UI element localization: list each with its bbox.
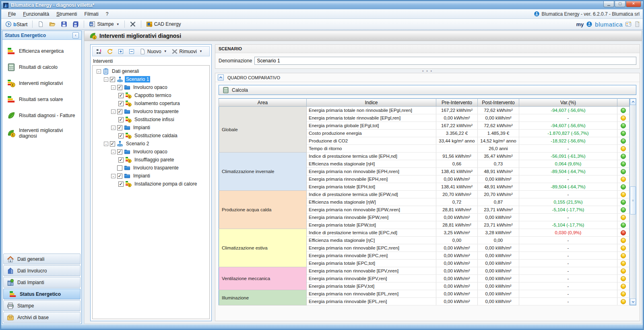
table-scrollbar[interactable]: ≡ — [630, 98, 636, 305]
tree-node-label[interactable]: Involucro opaco — [132, 148, 169, 155]
new-file-button[interactable] — [36, 20, 45, 28]
table-row[interactable]: Ventilazione meccanicaEnergia primaria n… — [219, 267, 630, 275]
nav-button-status-energetico[interactable]: Status Energetico — [3, 289, 80, 299]
tree-node-label[interactable]: Impianti — [132, 124, 151, 131]
tree-expander[interactable]: - — [111, 85, 116, 90]
tree-checkbox[interactable]: ✓ — [118, 93, 124, 98]
tree-node-label[interactable]: Dati generali — [111, 68, 140, 74]
sidebar-item-interventi-migliorativi-diagnosi[interactable]: €Interventi migliorativi diagnosi — [4, 124, 80, 143]
tree-node-label[interactable]: Involucro opaco — [132, 84, 169, 91]
tree-checkbox[interactable]: ✓ — [117, 173, 122, 179]
tree-node-insufflaggio-parete[interactable]: ✓€Insufflaggio parete — [93, 156, 208, 164]
menu-file[interactable]: File — [4, 10, 19, 18]
tree-node-label[interactable]: Sostituzione infissi — [133, 116, 175, 123]
nuovo-button[interactable]: Nuovo ▼ — [138, 48, 168, 55]
tree-checkbox[interactable]: ✓ — [117, 85, 122, 90]
tree-node-dati-generali[interactable]: -Dati generali — [93, 67, 208, 75]
license-doc-icon[interactable] — [634, 21, 640, 27]
column-header-indice[interactable]: Indice — [307, 99, 436, 107]
tree-node-label[interactable]: Involucro trasparente — [132, 108, 180, 115]
table-row[interactable]: Produzione acqua caldaIndice di prestazi… — [219, 191, 630, 198]
tree-node-involucro-trasparente[interactable]: -✓Involucro trasparente — [93, 107, 208, 116]
tree-expander[interactable]: - — [97, 69, 101, 74]
scrollbar-track[interactable]: ≡ — [630, 105, 636, 299]
rimuovi-button[interactable]: Rimuovi ▼ — [171, 48, 203, 55]
nav-button-dati-impianti[interactable]: Dati Impianti — [3, 277, 80, 288]
tree-checkbox[interactable]: ✓ — [118, 101, 124, 106]
open-file-button[interactable] — [47, 20, 57, 28]
tree-checkbox[interactable]: ✓ — [117, 149, 122, 155]
table-row[interactable]: Climatizzazione invernaleIndice di prest… — [219, 153, 630, 160]
tree-sort-button[interactable] — [95, 48, 103, 55]
sidebar-item-risultati-diagnosi-fatture[interactable]: Risultati diagnosi - Fatture — [4, 107, 80, 124]
nav-button-stampe[interactable]: Stampe — [3, 300, 80, 311]
sidebar-item-interventi-migliorativi[interactable]: €Interventi migliorativi — [4, 75, 80, 91]
maximize-button[interactable]: ▢ — [615, 1, 625, 7]
menu-strumenti[interactable]: Strumenti — [53, 10, 80, 18]
scroll-up-button[interactable] — [630, 99, 636, 105]
tree-node-label[interactable]: Involucro trasparente — [132, 165, 180, 171]
cad-energy-button[interactable]: CAD Energy — [144, 20, 183, 28]
tree-checkbox[interactable]: ✓ — [110, 141, 115, 146]
tree-node-scenario-2[interactable]: -✓Scenario 2 — [93, 140, 208, 148]
scrollbar-thumb[interactable]: ≡ — [630, 186, 636, 214]
tree-node-sostituzione-infissi[interactable]: ✓€Sostituzione infissi — [93, 116, 208, 124]
tree-node-involucro-opaco[interactable]: -✓Involucro opaco — [93, 83, 208, 91]
sidebar-item-risultati-serra-solare[interactable]: Risultati serra solare — [4, 91, 80, 107]
column-header-pre[interactable]: Pre-Intervento — [436, 99, 478, 107]
column-header-area[interactable]: Area — [219, 99, 307, 107]
panel-splitter[interactable]: • • • — [215, 69, 640, 73]
tree-expand-all-button[interactable] — [117, 48, 125, 55]
tree-node-involucro-opaco[interactable]: -✓Involucro opaco — [93, 148, 208, 156]
tree-node-isolamento-copertura[interactable]: ✓€Isolamento copertura — [93, 99, 208, 107]
tree-expander[interactable]: - — [104, 142, 108, 146]
tree-expander[interactable]: - — [111, 174, 116, 178]
tree-expander[interactable]: - — [104, 77, 108, 82]
tree-expander[interactable]: - — [111, 150, 116, 154]
tree-checkbox[interactable]: ✓ — [117, 125, 122, 130]
nav-button-archivi-di-base[interactable]: Archivi di base — [3, 312, 80, 323]
calcola-button[interactable]: Calcola — [219, 85, 636, 95]
column-header-post[interactable]: Post-Intervento — [478, 99, 519, 107]
tree-node-label[interactable]: Installazione pompa di calore — [133, 181, 198, 187]
table-row[interactable]: Climatizzazione estivaIndice di prestazi… — [219, 229, 630, 237]
tree-checkbox[interactable]: ✓ — [118, 157, 124, 163]
tree-node-label[interactable]: Scenario 2 — [125, 140, 150, 147]
tree-node-label[interactable]: Impianti — [132, 173, 151, 179]
tree-checkbox[interactable]: ✓ — [110, 77, 115, 82]
nav-button-dati-involucro[interactable]: Dati Involucro — [3, 265, 80, 276]
tree-expander[interactable]: - — [111, 126, 116, 130]
tree-node-label[interactable]: Insufflaggio parete — [133, 157, 175, 163]
profile-card-icon[interactable] — [625, 21, 632, 27]
bstart-button[interactable]: bStart — [4, 20, 29, 28]
nav-button-dati-generali[interactable]: Dati generali — [3, 254, 80, 264]
table-row[interactable]: GlobaleEnergia primaria totale non rinno… — [219, 107, 630, 114]
minimize-button[interactable]: ▁ — [603, 1, 614, 7]
tree-node-installazione-pompa-di-calore[interactable]: ✓€Installazione pompa di calore — [93, 180, 208, 188]
close-button[interactable]: ✕ — [626, 1, 641, 7]
quadro-collapse-button[interactable] — [218, 74, 224, 80]
tree-collapse-all-button[interactable] — [128, 48, 136, 55]
denominazione-input[interactable] — [254, 57, 636, 65]
tree-node-label[interactable]: Isolamento copertura — [133, 100, 181, 107]
tree-checkbox[interactable]: ✓ — [117, 109, 122, 114]
menu-funzionalit[interactable]: Funzionalità — [19, 10, 53, 18]
save-as-button[interactable] — [71, 20, 80, 28]
tree-checkbox[interactable]: ✓ — [118, 182, 124, 187]
tree-node-involucro-trasparente[interactable]: Involucro trasparente — [93, 164, 208, 172]
sidebar-collapse-button[interactable]: ‹ — [72, 32, 79, 39]
tree-checkbox[interactable]: ✓ — [118, 117, 124, 122]
save-button[interactable] — [59, 20, 69, 28]
sidebar-item-risultati-di-calcolo[interactable]: Risultati di calcolo — [4, 59, 80, 75]
scroll-down-button[interactable] — [630, 299, 636, 305]
table-row[interactable]: IlluminazioneEnergia primaria non rinnov… — [219, 290, 630, 298]
sidebar-item-efficienza-energetica[interactable]: Efficienza energetica — [4, 43, 80, 59]
menu-help[interactable]: ? — [102, 10, 112, 18]
tree-node-sostituzione-caldaia[interactable]: ✓€Sostituzione caldaia — [93, 132, 208, 140]
tree-node-label[interactable]: Scenario 1 — [125, 76, 150, 82]
tree-node-impianti[interactable]: -✓Impianti — [93, 124, 208, 132]
tree-refresh-button[interactable] — [106, 48, 114, 55]
tree-expander[interactable]: - — [111, 109, 116, 114]
tree-checkbox[interactable]: ✓ — [118, 133, 124, 138]
column-header-var[interactable]: Var.(%) — [519, 99, 617, 107]
